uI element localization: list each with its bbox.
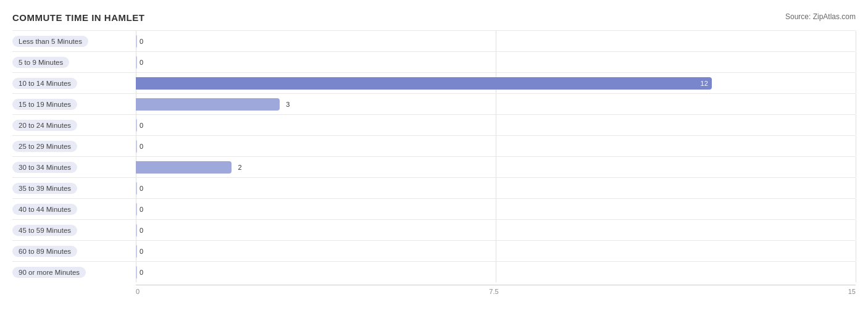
bar-row: 5 to 9 Minutes0 — [12, 51, 856, 72]
bar-row: 25 to 29 Minutes0 — [12, 135, 856, 156]
bar-fill: 0 — [136, 203, 137, 216]
chart-header: COMMUTE TIME IN HAMLET Source: ZipAtlas.… — [12, 12, 856, 23]
bar-row: Less than 5 Minutes0 — [12, 30, 856, 51]
bar-value: 0 — [137, 227, 143, 234]
bar-value: 0 — [137, 38, 143, 45]
bar-track: 3 — [136, 94, 856, 114]
chart-container: COMMUTE TIME IN HAMLET Source: ZipAtlas.… — [0, 6, 868, 314]
bar-value: 0 — [137, 248, 143, 255]
bar-row: 60 to 89 Minutes0 — [12, 240, 856, 261]
bar-fill: 0 — [136, 140, 137, 153]
bar-fill: 0 — [136, 35, 137, 48]
bar-fill: 0 — [136, 56, 137, 69]
bar-fill: 12 — [136, 77, 712, 90]
bar-fill: 0 — [136, 182, 137, 195]
bar-label: 90 or more Minutes — [12, 267, 136, 278]
bar-row: 35 to 39 Minutes0 — [12, 177, 856, 198]
bar-value: 2 — [235, 164, 241, 171]
bar-label-pill: 90 or more Minutes — [12, 267, 86, 278]
bar-row: 90 or more Minutes0 — [12, 261, 856, 282]
bar-value: 0 — [137, 269, 143, 276]
bar-label: 10 to 14 Minutes — [12, 78, 136, 89]
bar-label: 60 to 89 Minutes — [12, 246, 136, 257]
bar-label: 15 to 19 Minutes — [12, 99, 136, 110]
bar-track: 0 — [136, 220, 856, 240]
bar-track: 0 — [136, 115, 856, 135]
bar-label-pill: 5 to 9 Minutes — [12, 57, 69, 68]
bar-track: 0 — [136, 199, 856, 219]
bar-label-pill: 20 to 24 Minutes — [12, 120, 77, 131]
bar-label-pill: 40 to 44 Minutes — [12, 204, 77, 215]
bar-label: Less than 5 Minutes — [12, 36, 136, 47]
bar-fill: 2 — [136, 161, 232, 174]
chart-area: Less than 5 Minutes05 to 9 Minutes010 to… — [12, 30, 856, 282]
bar-track: 2 — [136, 157, 856, 177]
chart-source: Source: ZipAtlas.com — [785, 12, 856, 21]
bar-label: 35 to 39 Minutes — [12, 183, 136, 194]
bar-label: 30 to 34 Minutes — [12, 162, 136, 173]
bar-label-pill: 35 to 39 Minutes — [12, 183, 77, 194]
x-axis-label: 0 — [136, 288, 140, 295]
bar-label-pill: 30 to 34 Minutes — [12, 162, 77, 173]
bar-label-pill: 10 to 14 Minutes — [12, 78, 77, 89]
bar-row: 40 to 44 Minutes0 — [12, 198, 856, 219]
bar-value: 0 — [137, 206, 143, 213]
x-axis-label: 15 — [848, 288, 856, 295]
bar-label-pill: 45 to 59 Minutes — [12, 225, 77, 236]
x-axis: 07.515 — [136, 285, 856, 295]
bar-track: 0 — [136, 178, 856, 198]
bar-row: 45 to 59 Minutes0 — [12, 219, 856, 240]
bar-value: 3 — [283, 101, 290, 108]
bar-fill: 0 — [136, 266, 137, 279]
bar-track: 12 — [136, 73, 856, 93]
bar-label: 5 to 9 Minutes — [12, 57, 136, 68]
bar-track: 0 — [136, 31, 856, 51]
bar-track: 0 — [136, 241, 856, 261]
bar-row: 20 to 24 Minutes0 — [12, 114, 856, 135]
x-axis-label: 7.5 — [489, 288, 498, 295]
chart-title: COMMUTE TIME IN HAMLET — [12, 12, 144, 23]
bar-label: 25 to 29 Minutes — [12, 141, 136, 152]
bar-value: 0 — [137, 143, 143, 150]
bar-fill: 0 — [136, 119, 137, 132]
bar-label: 45 to 59 Minutes — [12, 225, 136, 236]
bar-label-pill: 60 to 89 Minutes — [12, 246, 77, 257]
bar-label: 20 to 24 Minutes — [12, 120, 136, 131]
bar-row: 10 to 14 Minutes12 — [12, 72, 856, 93]
bar-label-pill: 15 to 19 Minutes — [12, 99, 77, 110]
bar-fill: 0 — [136, 224, 137, 237]
bar-fill: 3 — [136, 98, 280, 111]
bar-label: 40 to 44 Minutes — [12, 204, 136, 215]
bar-label-pill: Less than 5 Minutes — [12, 36, 88, 47]
bar-track: 0 — [136, 136, 856, 156]
x-axis-labels: 07.515 — [136, 285, 856, 295]
bar-fill: 0 — [136, 245, 137, 258]
bar-label-pill: 25 to 29 Minutes — [12, 141, 77, 152]
bar-value: 0 — [137, 122, 143, 129]
bar-value: 0 — [137, 185, 143, 192]
bar-value: 12 — [701, 80, 708, 87]
bar-row: 30 to 34 Minutes2 — [12, 156, 856, 177]
bar-value: 0 — [137, 59, 143, 66]
bar-track: 0 — [136, 262, 856, 282]
bar-track: 0 — [136, 52, 856, 72]
bar-row: 15 to 19 Minutes3 — [12, 93, 856, 114]
